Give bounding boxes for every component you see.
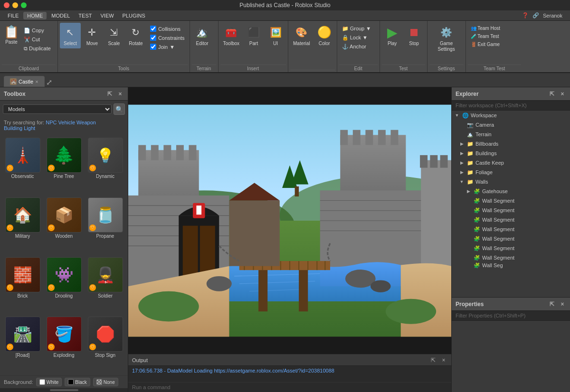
toolbox-item-pinetree[interactable]: 🌲 🛡 Pine Tree	[44, 136, 84, 194]
wallseg3-label: Wall Segment	[482, 217, 568, 223]
billboards-expand[interactable]: ▶	[458, 140, 465, 147]
toolbox-button[interactable]: 🧰 Toolbox	[220, 23, 242, 48]
close-button[interactable]	[4, 2, 10, 8]
toolbox-item-stopsign[interactable]: 🛑 🛡 Stop Sign	[86, 315, 125, 373]
toolbox-search-button[interactable]: 🔍	[114, 103, 125, 115]
output-command-input[interactable]	[128, 382, 451, 392]
castlekeep-expand[interactable]: ▶	[458, 159, 465, 166]
toolbox-item-exploding[interactable]: 🪣 🛡 Exploding	[44, 315, 84, 373]
bg-none-button[interactable]: None	[93, 378, 118, 386]
castle-tab[interactable]: 🏰 Castle ×	[4, 76, 45, 87]
share-icon[interactable]: 🔗	[532, 12, 539, 19]
team-test-button[interactable]: 🧪 Team Test	[468, 33, 502, 40]
tree-wall-segment-2[interactable]: 🧩 Wall Segment	[452, 205, 570, 215]
stop-button[interactable]: ⏹ Stop	[404, 23, 425, 48]
tree-terrain[interactable]: 🏔️ Terrain	[452, 130, 570, 139]
foliage-expand[interactable]: ▶	[458, 169, 465, 176]
properties-popout-icon[interactable]: ⇱	[548, 300, 556, 308]
output-popout-icon[interactable]: ⇱	[429, 356, 437, 364]
tree-wall-segment-1[interactable]: 🧩 Wall Segment	[452, 196, 570, 205]
play-button[interactable]: ▶ Play	[382, 23, 403, 48]
tree-billboards[interactable]: ▶ 📁 Billboards	[452, 139, 570, 149]
ui-button[interactable]: 🖼️ UI	[265, 23, 286, 48]
menu-plugins[interactable]: PLUGINS	[119, 12, 149, 19]
rotate-button[interactable]: ↻ Rotate	[125, 23, 146, 48]
toolbox-item-observatic[interactable]: 🗼 🛡 Observatic	[3, 136, 42, 194]
output-close-icon[interactable]: ×	[440, 356, 447, 364]
viewport[interactable]	[128, 87, 451, 354]
toolbox-item-military[interactable]: 🏠 🛡 Military	[3, 196, 42, 253]
group-button[interactable]: 📁 Group ▼	[339, 25, 374, 33]
properties-close-icon[interactable]: ×	[559, 300, 566, 308]
toolbox-item-dynamic[interactable]: 💡 🛡 Dynamic	[86, 136, 125, 194]
toolbox-close-icon[interactable]: ×	[116, 90, 124, 98]
tree-camera[interactable]: 📷 Camera	[452, 120, 570, 130]
help-icon[interactable]: ❓	[522, 12, 529, 19]
editor-button[interactable]: 🏔️ Editor	[192, 23, 213, 48]
tree-wall-segment-6[interactable]: 🧩 Wall Segment	[452, 243, 570, 253]
bg-white-button[interactable]: White	[36, 378, 62, 386]
suggestion-npc[interactable]: NPC	[46, 120, 57, 125]
select-button[interactable]: ↖ Select	[60, 23, 81, 48]
tree-buildings[interactable]: ▶ 📁 Buildings	[452, 149, 570, 158]
team-host-button[interactable]: 👥 Team Host	[468, 25, 503, 32]
toolbox-item-wooden[interactable]: 📦 🛡 Wooden	[44, 196, 84, 253]
tree-walls[interactable]: ▼ 📁 Walls	[452, 177, 570, 187]
toolbox-item-road[interactable]: 🛣️ 🛡 [Road]	[3, 315, 42, 373]
copy-button[interactable]: 📄 Copy	[21, 27, 54, 35]
gatehouse-expand[interactable]: ▶	[465, 188, 472, 195]
toolbox-category-dropdown[interactable]: Models	[3, 104, 112, 114]
tree-castlekeep[interactable]: ▶ 📁 Castle Keep	[452, 158, 570, 168]
workspace-expand[interactable]: ▼	[454, 112, 460, 119]
lock-button[interactable]: 🔒 Lock ▼	[339, 34, 370, 42]
suggestion-light[interactable]: Light	[24, 125, 35, 131]
tree-foliage[interactable]: ▶ 📁 Foliage	[452, 168, 570, 177]
explorer-close-icon[interactable]: ×	[559, 90, 566, 98]
suggestion-weapon[interactable]: Weapon	[76, 120, 96, 125]
tree-wall-segment-7[interactable]: 🧩 Wall Segment	[452, 253, 570, 262]
maximize-button[interactable]	[21, 2, 27, 8]
suggestion-building[interactable]: Building	[4, 125, 22, 131]
tree-wall-segment-5[interactable]: 🧩 Wall Segment	[452, 234, 570, 243]
toolbox-item-brick[interactable]: 🧱 🛡 Brick	[3, 255, 42, 313]
buildings-expand[interactable]: ▶	[458, 150, 465, 157]
constraints-checkbox[interactable]: Constraints	[147, 34, 188, 42]
menu-home[interactable]: HOME	[23, 12, 47, 19]
suggestion-vehicle[interactable]: Vehicle	[58, 120, 75, 125]
material-button[interactable]: 🎨 Material	[290, 23, 313, 48]
tree-workspace[interactable]: ▼ 🌐 Workspace	[452, 111, 570, 120]
menu-view[interactable]: VIEW	[96, 12, 117, 19]
paste-button[interactable]: 📋 Paste 📄 Copy ✂️ Cut ⧉ Duplicate	[2, 23, 56, 55]
part-button[interactable]: ⬛ Part	[243, 23, 264, 48]
menu-test[interactable]: TEST	[75, 12, 95, 19]
minimize-button[interactable]	[12, 2, 18, 8]
explorer-popout-icon[interactable]: ⇱	[548, 90, 556, 98]
anchor-button[interactable]: ⚓ Anchor	[339, 43, 369, 51]
move-button[interactable]: ✛ Move	[82, 23, 103, 48]
tree-wall-segment-partial[interactable]: 🧩 Wall Seg	[452, 262, 570, 268]
game-settings-button[interactable]: ⚙️ Game Settings	[429, 23, 464, 54]
explorer-filter-input[interactable]	[452, 101, 570, 111]
menu-file[interactable]: FILE	[4, 12, 22, 19]
castle-tab-close[interactable]: ×	[35, 79, 38, 84]
join-checkbox[interactable]: Join ▼	[147, 43, 188, 51]
color-button[interactable]: 🟡 Color	[314, 23, 335, 48]
clipboard-label: Clipboard	[2, 65, 56, 72]
tree-gatehouse[interactable]: ▶ 🧩 Gatehouse	[452, 187, 570, 196]
tree-wall-segment-4[interactable]: 🧩 Wall Segment	[452, 224, 570, 234]
properties-filter-input[interactable]	[452, 311, 570, 321]
walls-expand[interactable]: ▼	[458, 178, 465, 185]
tree-wall-segment-3[interactable]: 🧩 Wall Segment	[452, 215, 570, 224]
collisions-checkbox[interactable]: Collisions	[147, 25, 188, 33]
cut-button[interactable]: ✂️ Cut	[21, 36, 54, 44]
duplicate-button[interactable]: ⧉ Duplicate	[21, 45, 54, 53]
toolbox-item-soldier[interactable]: 💂 🛡 Soldier	[86, 255, 125, 313]
toolbox-item-propane[interactable]: 🫙 🛡 Propane	[86, 196, 125, 253]
toolbox-item-drooling[interactable]: 👾 🛡 Drooling	[44, 255, 84, 313]
toolbox-popout-icon[interactable]: ⇱	[106, 90, 114, 98]
viewport-expand-button[interactable]: ⤢	[45, 77, 54, 87]
bg-black-button[interactable]: Black	[65, 378, 90, 386]
menu-model[interactable]: MODEL	[48, 12, 74, 19]
scale-button[interactable]: ⇲ Scale	[104, 23, 124, 48]
exit-game-button[interactable]: 🚪 Exit Game	[468, 41, 503, 48]
